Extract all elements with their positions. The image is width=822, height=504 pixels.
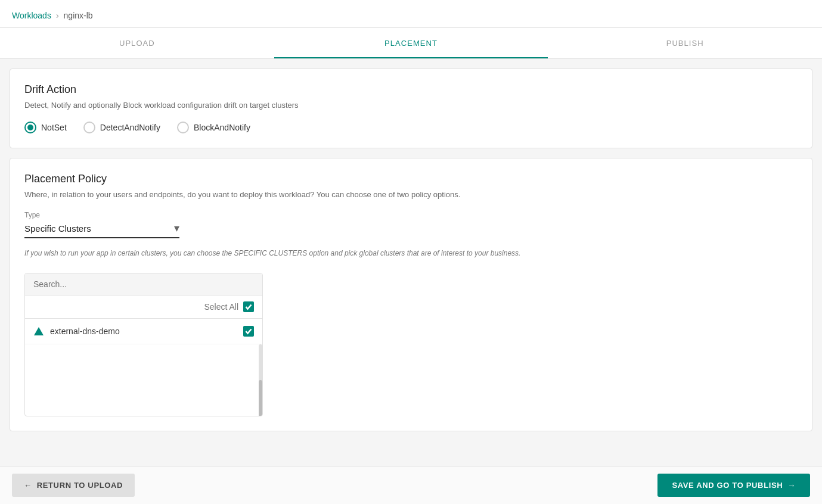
tab-upload[interactable]: UPLOAD (0, 28, 274, 58)
cluster-list-header: Select All (25, 295, 262, 319)
breadcrumb-separator: › (56, 11, 59, 20)
tab-placement[interactable]: PLACEMENT (274, 28, 548, 58)
type-dropdown[interactable]: Specific Clusters ▾ (24, 222, 179, 238)
policy-hint: If you wish to run your app in certain c… (24, 248, 798, 259)
save-and-publish-button[interactable]: SAVE AND GO TO PUBLISH → (657, 474, 810, 483)
radio-detectandnotify-label: DetectAndNotify (100, 123, 160, 132)
return-to-upload-label: RETURN TO UPLOAD (37, 481, 123, 483)
arrow-right-icon: → (787, 481, 796, 483)
cluster-panel: Select All external-dns-demo (24, 273, 263, 416)
cluster-triangle-icon (33, 326, 44, 337)
save-and-publish-label: SAVE AND GO TO PUBLISH (672, 481, 783, 483)
tabs-bar: UPLOAD PLACEMENT PUBLISH (0, 27, 822, 59)
radio-blockandnotify-circle (177, 122, 189, 133)
radio-blockandnotify-label: BlockAndNotify (194, 123, 250, 132)
main-content: Drift Action Detect, Notify and optional… (0, 59, 822, 441)
placement-policy-title: Placement Policy (24, 173, 798, 185)
cluster-checkbox[interactable] (243, 326, 254, 337)
type-label: Type (24, 211, 798, 219)
radio-detectandnotify-circle (83, 122, 95, 133)
type-dropdown-value[interactable]: Specific Clusters ▾ (24, 222, 179, 235)
radio-detectandnotify[interactable]: DetectAndNotify (83, 122, 160, 133)
radio-blockandnotify[interactable]: BlockAndNotify (177, 122, 250, 133)
scrollbar-track[interactable] (259, 344, 262, 416)
placement-policy-description: Where, in relation to your users and end… (24, 190, 798, 199)
cluster-search-input[interactable] (33, 279, 254, 289)
cluster-name: external-dns-demo (50, 326, 237, 336)
chevron-down-icon: ▾ (174, 222, 179, 235)
cluster-list-empty-space (25, 344, 262, 416)
select-all-label: Select All (204, 302, 238, 312)
svg-marker-0 (34, 327, 44, 335)
select-all-checkbox[interactable] (243, 301, 254, 312)
breadcrumb: Workloads › nginx-lb (0, 0, 822, 27)
radio-notset[interactable]: NotSet (24, 122, 67, 133)
cluster-list-item[interactable]: external-dns-demo (25, 319, 262, 344)
arrow-left-icon: ← (24, 481, 32, 483)
placement-policy-card: Placement Policy Where, in relation to y… (10, 158, 812, 431)
breadcrumb-workloads-link[interactable]: Workloads (12, 11, 51, 20)
drift-action-title: Drift Action (24, 83, 798, 96)
breadcrumb-current: nginx-lb (64, 11, 93, 20)
drift-action-radio-group: NotSet DetectAndNotify BlockAndNotify (24, 122, 798, 133)
radio-notset-label: NotSet (41, 123, 67, 132)
drift-action-card: Drift Action Detect, Notify and optional… (10, 69, 812, 148)
scrollbar-thumb[interactable] (259, 380, 262, 416)
drift-action-description: Detect, Notify and optionally Block work… (24, 101, 798, 110)
return-to-upload-button[interactable]: ← RETURN TO UPLOAD (12, 474, 135, 483)
type-dropdown-text: Specific Clusters (24, 223, 91, 234)
footer: ← RETURN TO UPLOAD SAVE AND GO TO PUBLIS… (0, 466, 822, 483)
radio-notset-circle (24, 122, 36, 133)
tab-publish[interactable]: PUBLISH (548, 28, 822, 58)
cluster-search-container (25, 273, 262, 295)
